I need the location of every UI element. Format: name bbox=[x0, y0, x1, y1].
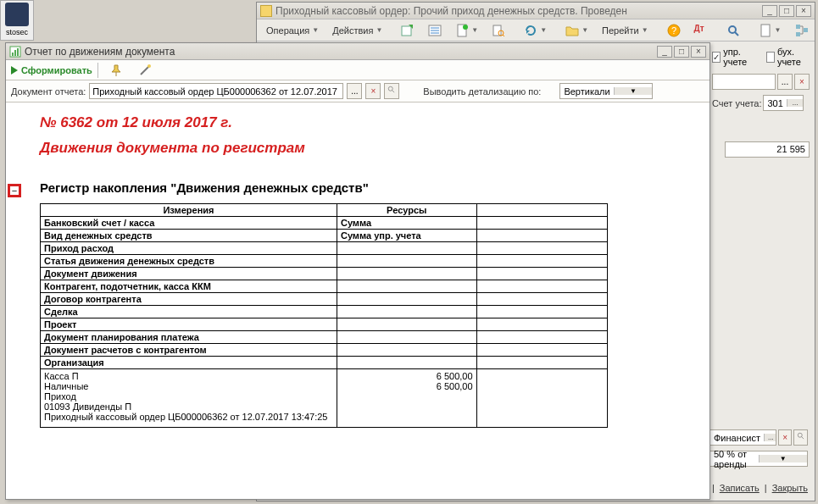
table-cell bbox=[337, 318, 476, 330]
svg-rect-0 bbox=[402, 26, 411, 36]
table-cell: Сумма bbox=[337, 216, 476, 229]
buh-checkbox[interactable] bbox=[766, 52, 775, 63]
actions-menu[interactable]: Действия▼ bbox=[326, 22, 388, 39]
tool-add-icon[interactable] bbox=[395, 22, 420, 39]
clear-x2-button[interactable]: × bbox=[778, 429, 793, 446]
table-cell bbox=[337, 241, 476, 254]
tool-help-icon[interactable]: ? bbox=[661, 22, 687, 39]
rpt-minimize-button[interactable]: _ bbox=[657, 46, 672, 58]
close-button[interactable]: × bbox=[796, 5, 811, 17]
table-cell bbox=[337, 254, 476, 267]
svg-point-12 bbox=[729, 26, 736, 33]
acct-combo[interactable]: 301... bbox=[763, 95, 804, 111]
table-cell: Сумма упр. учета bbox=[337, 229, 476, 241]
table-row: Контрагент, подотчетник, касса ККМ bbox=[41, 280, 337, 292]
report-toolbar: Сформировать bbox=[6, 60, 709, 80]
svg-rect-14 bbox=[761, 25, 770, 36]
table-row: Приход расход bbox=[41, 241, 337, 254]
detail-combo[interactable]: Вертикали▼ bbox=[559, 83, 653, 99]
tool-tree-icon[interactable] bbox=[789, 22, 815, 39]
table-cell bbox=[337, 280, 476, 292]
svg-point-24 bbox=[798, 433, 802, 437]
tool-list-icon[interactable] bbox=[422, 22, 448, 39]
svg-point-6 bbox=[463, 25, 468, 30]
svg-rect-28 bbox=[14, 50, 16, 56]
table-cell bbox=[476, 229, 607, 241]
rpt-close-button[interactable]: × bbox=[691, 46, 706, 58]
svg-line-13 bbox=[735, 32, 738, 36]
table-row: Проект bbox=[41, 318, 337, 330]
buh-label: бух. учете bbox=[777, 47, 810, 67]
window-icon bbox=[260, 5, 272, 17]
app-logo: stosec bbox=[0, 0, 34, 41]
table-cell bbox=[337, 267, 476, 280]
tool-doc-icon[interactable]: ▼ bbox=[449, 22, 484, 39]
table-row: Банковский счет / касса bbox=[41, 216, 337, 229]
table-cell bbox=[337, 305, 476, 318]
th-measures: Измерения bbox=[41, 203, 337, 216]
table-cell bbox=[337, 343, 476, 356]
svg-rect-27 bbox=[12, 53, 14, 56]
tool-find-icon[interactable] bbox=[486, 22, 511, 39]
doc-zoom-button[interactable] bbox=[384, 83, 399, 99]
table-cell bbox=[476, 318, 607, 330]
close-btn[interactable]: Закрыть bbox=[772, 483, 808, 494]
table-cell bbox=[337, 292, 476, 305]
tool-refresh-icon[interactable]: ▼ bbox=[518, 22, 553, 39]
upr-label: упр. учете bbox=[723, 47, 756, 67]
svg-rect-29 bbox=[17, 48, 19, 56]
table-row: Организация bbox=[41, 356, 337, 368]
doc-label: Документ отчета: bbox=[11, 86, 86, 97]
svg-line-25 bbox=[801, 437, 804, 440]
field-small[interactable] bbox=[712, 74, 776, 90]
operation-menu[interactable]: Операция▼ bbox=[260, 22, 325, 39]
save-btn[interactable]: Записать bbox=[720, 483, 760, 494]
generate-button[interactable]: Сформировать bbox=[11, 65, 92, 75]
table-cell bbox=[476, 254, 607, 267]
report-window-icon bbox=[9, 46, 21, 58]
table-data-empty bbox=[476, 368, 607, 427]
svg-rect-16 bbox=[796, 32, 800, 36]
table-data-resources: 6 500,006 500,00 bbox=[337, 368, 476, 427]
rpt-maximize-button[interactable]: □ bbox=[674, 46, 689, 58]
amount-field[interactable]: 21 595 bbox=[725, 141, 810, 158]
tool-wand-icon[interactable] bbox=[132, 62, 158, 79]
search2-button[interactable] bbox=[793, 429, 808, 446]
maximize-button[interactable]: □ bbox=[779, 5, 794, 17]
window-title: Приходный кассовый ордер: Прочий приход … bbox=[275, 5, 762, 17]
svg-rect-17 bbox=[804, 28, 808, 32]
table-row: Документ планирования платежа bbox=[41, 330, 337, 343]
table-row: Вид денежных средств bbox=[41, 229, 337, 241]
th-resources: Ресурсы bbox=[337, 203, 476, 216]
table-cell bbox=[476, 241, 607, 254]
report-header-1: № 6362 от 12 июля 2017 г. bbox=[40, 113, 693, 133]
table-cell bbox=[337, 356, 476, 368]
svg-rect-15 bbox=[796, 25, 800, 29]
table-row: Документ движения bbox=[41, 267, 337, 280]
filter-row: Документ отчета: ... × Выводить детализа… bbox=[6, 80, 709, 102]
clear-x-button[interactable]: × bbox=[794, 74, 810, 90]
finansist-combo[interactable]: Финансист... bbox=[709, 429, 776, 446]
dots-button[interactable]: ... bbox=[777, 74, 793, 90]
pct-combo[interactable]: 50 % от аренды▼ bbox=[709, 451, 808, 467]
tool-doc2-icon[interactable]: ▼ bbox=[753, 22, 787, 39]
tool-search-icon[interactable] bbox=[721, 22, 746, 39]
minimize-button[interactable]: _ bbox=[762, 5, 777, 17]
table-row: Сделка bbox=[41, 305, 337, 318]
table-cell bbox=[476, 267, 607, 280]
doc-input[interactable] bbox=[89, 83, 343, 99]
tool-dt-icon[interactable]: Дт bbox=[688, 22, 714, 39]
doc-clear-button[interactable]: × bbox=[365, 83, 381, 99]
main-toolbar: Операция▼ Действия▼ ▼ ▼ ▼ Перейти▼ ? Дт … bbox=[257, 19, 815, 42]
doc-dots-button[interactable]: ... bbox=[347, 83, 362, 99]
report-title: Отчет по движениям документа bbox=[25, 46, 657, 58]
tool-folder-icon[interactable]: ▼ bbox=[559, 22, 594, 39]
upr-checkbox[interactable]: ✓ bbox=[712, 52, 721, 63]
collapse-toggle[interactable]: − bbox=[8, 184, 21, 197]
goto-menu[interactable]: Перейти▼ bbox=[596, 22, 654, 39]
tool-pin-icon[interactable] bbox=[103, 62, 129, 79]
table-cell bbox=[476, 292, 607, 305]
table-cell bbox=[476, 343, 607, 356]
th-empty bbox=[476, 203, 607, 216]
table-cell bbox=[476, 330, 607, 343]
